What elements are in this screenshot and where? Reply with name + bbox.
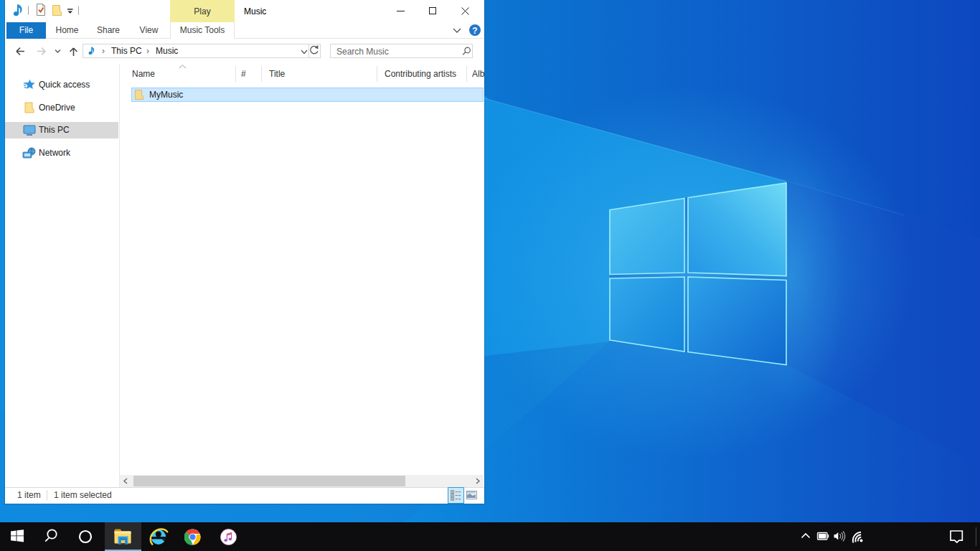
svg-text:?: ? [472, 26, 477, 36]
